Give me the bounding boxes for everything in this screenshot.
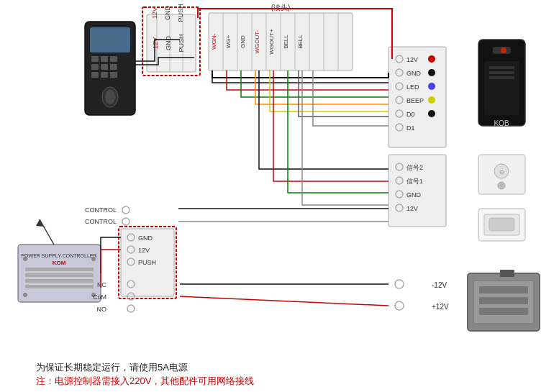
svg-rect-91 [25,268,94,271]
svg-text:GND: GND [164,6,171,21]
svg-rect-6 [101,64,108,70]
svg-point-54 [428,55,435,63]
svg-point-111 [127,305,135,312]
svg-rect-86 [479,308,528,315]
svg-text:GND: GND [240,35,246,48]
svg-rect-9 [101,72,108,78]
svg-text:信号1: 信号1 [406,178,423,185]
svg-rect-5 [91,64,99,70]
svg-point-122 [122,218,129,225]
svg-text:BELL: BELL [297,35,304,49]
svg-point-55 [428,69,435,76]
svg-rect-85 [479,297,528,304]
svg-point-56 [428,83,435,90]
svg-text:CoM: CoM [93,293,106,301]
svg-text:BELL: BELL [283,35,289,49]
svg-point-118 [395,301,404,310]
svg-rect-84 [479,286,528,293]
svg-rect-1 [90,27,130,53]
svg-text:WGN-: WGN- [211,34,217,50]
svg-text:-12V: -12V [432,281,447,289]
svg-text:KОМ: KОМ [53,260,66,266]
svg-text:GND: GND [138,234,153,242]
svg-text:NC: NC [97,281,106,288]
svg-point-57 [428,96,435,104]
svg-point-96 [91,257,96,261]
diagram-container: 12V GND PUSH 12V GND PUSH (读头) WGN- WG+ … [0,0,559,392]
svg-text:PUSH: PUSH [178,34,185,52]
svg-rect-87 [500,270,514,277]
svg-text:12V: 12V [138,247,150,254]
kob-label: KOB [494,119,509,127]
svg-point-70 [501,47,506,53]
svg-text:LED: LED [406,83,419,91]
svg-rect-10 [110,72,117,78]
svg-text:GND: GND [406,191,422,199]
svg-point-58 [428,110,435,117]
svg-rect-73 [489,71,514,74]
svg-point-121 [122,206,129,214]
svg-rect-2 [91,56,99,62]
svg-text:CONTROL: CONTROL [85,218,117,225]
svg-text:GND: GND [406,70,422,77]
svg-rect-94 [25,285,94,288]
svg-text:WGOUT+: WGOUT+ [268,29,275,55]
svg-text:D1: D1 [406,124,415,132]
svg-text:12V: 12V [151,7,158,19]
svg-text:PUSH: PUSH [177,4,184,22]
svg-rect-92 [25,273,94,277]
svg-point-95 [23,257,27,261]
svg-point-97 [23,293,27,297]
svg-rect-8 [91,72,99,78]
svg-text:D0: D0 [406,111,415,118]
svg-point-12 [105,90,115,104]
svg-rect-4 [110,56,117,62]
svg-point-78 [498,182,505,189]
svg-point-117 [395,280,404,288]
svg-text:POWER SUPPLY CONTROLLER: POWER SUPPLY CONTROLLER [21,253,96,258]
svg-text:信号2: 信号2 [406,164,423,171]
reader-header-label: (读头) [271,4,291,12]
svg-text:CONTROL: CONTROL [85,206,117,214]
svg-rect-72 [489,66,514,69]
svg-text:⊙: ⊙ [499,169,504,176]
svg-rect-93 [25,279,94,283]
svg-text:+12V: +12V [432,303,449,311]
svg-rect-3 [101,56,108,62]
svg-text:12V: 12V [406,205,418,212]
svg-text:BEEP: BEEP [406,97,424,104]
svg-rect-71 [484,61,519,115]
svg-text:PUSH: PUSH [138,259,156,266]
svg-rect-7 [110,64,117,70]
svg-rect-74 [489,76,514,79]
svg-text:12V: 12V [406,56,418,63]
svg-rect-81 [489,218,514,231]
svg-line-119 [40,219,54,245]
svg-text:GND: GND [165,36,172,51]
svg-text:NO: NO [97,306,107,313]
svg-text:WGOUT-: WGOUT- [254,29,260,53]
bottom-note2: 注：电源控制器需接入220V，其他配件可用网络接线 [36,375,254,386]
bottom-note1: 为保证长期稳定运行，请使用5A电源 [36,362,188,373]
svg-text:WG+: WG+ [225,35,232,48]
